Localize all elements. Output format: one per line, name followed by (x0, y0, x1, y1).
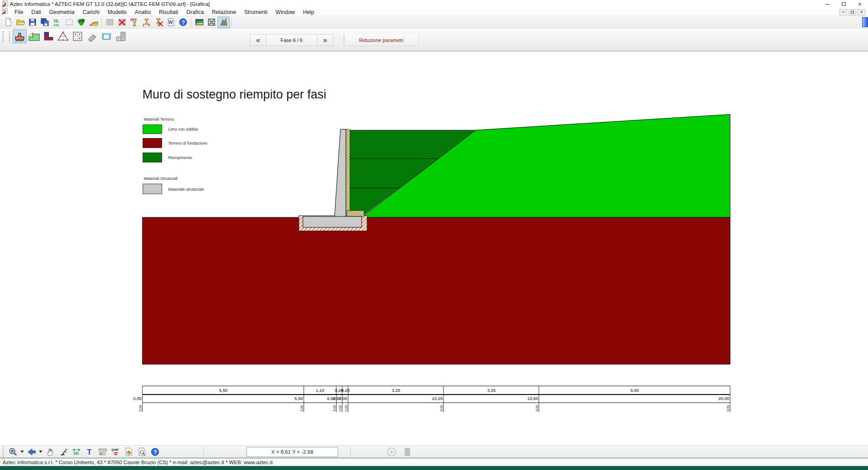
menu-geometria[interactable]: Geometria (45, 8, 79, 16)
back-arrow-icon (27, 447, 37, 457)
print-layout-icon (124, 447, 134, 457)
selection-rect-icon (64, 17, 74, 27)
foundation-soil (142, 217, 730, 364)
help-icon: ? (150, 447, 160, 457)
save-copy-button[interactable] (38, 17, 51, 28)
mdi-minimize-button[interactable] (840, 9, 847, 15)
data-table-button[interactable] (104, 17, 116, 28)
pan-button[interactable] (43, 446, 57, 457)
minimize-icon (826, 4, 830, 5)
menu-relazione[interactable]: Relazione (208, 8, 240, 16)
close-button[interactable]: ✕ (852, 0, 868, 8)
coordinates-readout: X = 8,61 Y = -2,58 (246, 447, 338, 457)
print-layout-button[interactable] (122, 446, 135, 457)
svg-text:W: W (168, 20, 173, 25)
zoom-window-button[interactable] (99, 29, 113, 43)
menu-modello[interactable]: Modello (104, 8, 131, 16)
phase-label: Fase 6 / 6 (266, 34, 317, 46)
svg-text:2: 2 (148, 24, 150, 27)
back-view-button[interactable] (25, 446, 38, 457)
save-icon (28, 17, 38, 27)
toolbar-grip[interactable] (2, 31, 4, 42)
menu-strumenti[interactable]: Strumenti (240, 8, 271, 16)
vegetation-button[interactable] (75, 17, 87, 28)
dxf-export-button[interactable]: DXF (109, 446, 122, 457)
minimize-button[interactable] (819, 0, 835, 8)
dim-progressive: 10,25 (432, 396, 443, 401)
zoom-window-icon (100, 30, 113, 42)
select-region-button[interactable] (63, 17, 75, 28)
menu-dati[interactable]: Dati (27, 8, 45, 16)
units-button[interactable]: kgcm (51, 17, 63, 28)
new-document-button[interactable] (2, 17, 14, 28)
previous-phase-button[interactable]: « (250, 34, 266, 46)
dim-elevation: 8,00 (440, 405, 443, 411)
svg-text:DXF: DXF (111, 448, 118, 452)
menu-carichi[interactable]: Carichi (79, 8, 104, 16)
help-icon: ? (178, 17, 188, 27)
maximize-button[interactable] (835, 0, 852, 8)
mesh-triangle-button[interactable] (56, 29, 70, 43)
building-mesh-button[interactable] (114, 29, 128, 43)
wall-section-button[interactable] (42, 29, 56, 43)
docked-panel-icon[interactable] (862, 17, 868, 27)
dimension-widths: 5,50 1,10 0,20 0,20 3,25 3,25 6,50 (219, 388, 639, 393)
toolbar-grip[interactable] (2, 446, 4, 458)
stop-button[interactable] (404, 447, 411, 458)
menu-file[interactable]: File (10, 8, 27, 16)
window-title: Aztec Informatica * AZTEC FEM GT 12.0 (3… (10, 1, 210, 7)
dpz-button[interactable]: DPZ (128, 17, 140, 28)
graphics-canvas[interactable]: Muro di sostegno riempito per fasi Mater… (0, 51, 868, 445)
dim-elevation: 5,00 (300, 405, 303, 411)
toolbar-separator (101, 18, 102, 27)
menu-risultati[interactable]: Risultati (155, 8, 182, 16)
scale-button[interactable]: SD (70, 446, 83, 457)
zoom-icon (8, 447, 18, 457)
results-display-button[interactable] (217, 17, 230, 28)
help-button[interactable]: ? (148, 446, 161, 457)
slope-profile-button[interactable] (27, 29, 41, 43)
help-button[interactable]: ? (177, 17, 189, 28)
back-dropdown-button[interactable] (38, 446, 43, 457)
dim-progressive: 0,00 (133, 396, 142, 401)
delete-analysis-button[interactable] (116, 17, 128, 28)
menu-analisi[interactable]: Analisi (131, 8, 155, 16)
mesh-button[interactable] (205, 17, 217, 28)
wall-stages-button[interactable] (13, 29, 27, 43)
color-map-button[interactable] (193, 17, 205, 28)
slope-layers-button[interactable] (87, 17, 99, 28)
redraw-button[interactable] (57, 446, 70, 457)
run-analysis-button[interactable]: 12 (140, 17, 152, 28)
mdi-close-button[interactable]: ✕ (858, 9, 865, 15)
legend-soil-title: Materiali Terreno (144, 117, 174, 122)
node-grid-button[interactable] (71, 29, 85, 43)
save-button[interactable] (26, 17, 38, 28)
dim-progressive: 5,50 (295, 396, 303, 401)
next-phase-button[interactable]: » (317, 34, 333, 46)
print-preview-button[interactable] (135, 446, 148, 457)
menu-grafica[interactable]: Grafica (182, 8, 208, 16)
delete-results-button[interactable] (152, 17, 165, 28)
mdi-restore-button[interactable] (849, 9, 856, 15)
word-report-button[interactable]: W (165, 17, 177, 28)
sd-scale-icon: SD (71, 447, 81, 457)
toolbar-grip[interactable] (9, 31, 10, 42)
menu-help[interactable]: Help (299, 8, 318, 16)
zoom-dropdown-button[interactable] (19, 446, 25, 457)
legend-label-fondazione: Terreno di fondazione (168, 141, 208, 146)
svg-text:DPZ: DPZ (130, 18, 137, 21)
play-button[interactable] (387, 447, 396, 459)
zoom-button[interactable] (6, 446, 19, 457)
menu-window[interactable]: Window (272, 8, 299, 16)
open-folder-icon (15, 17, 25, 27)
insert-text-button[interactable]: T (83, 446, 96, 457)
open-button[interactable] (14, 17, 26, 28)
status-bar: Aztec Informatica s.r.l. * Corso Umberto… (0, 458, 868, 466)
eraser-button[interactable] (85, 29, 99, 43)
node-grid-icon (71, 30, 84, 42)
stage-name-tab: Riduzione parametri (344, 34, 419, 46)
stop-icon (404, 447, 411, 456)
heel-hatch (347, 211, 364, 216)
dim-width: 1,10 (316, 388, 325, 393)
measure-button[interactable] (96, 446, 109, 457)
